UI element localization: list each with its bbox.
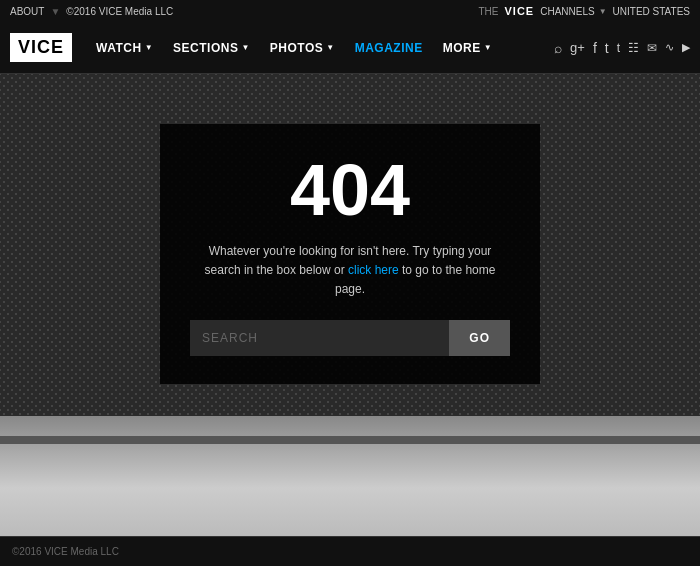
channels-label: CHANNELS [540,6,594,17]
home-link[interactable]: click here [348,263,399,277]
the-label: THE [479,6,499,17]
error-code: 404 [190,154,510,226]
nav-photos-arrow: ▼ [326,43,334,52]
background-ground [0,416,700,536]
nav-watch[interactable]: WATCH ▼ [88,35,161,61]
facebook-icon[interactable]: f [593,40,597,56]
nav-links: WATCH ▼ SECTIONS ▼ PHOTOS ▼ MAGAZINE MOR… [88,35,554,61]
email-icon[interactable]: ✉ [647,41,657,55]
main-content: 404 Whatever you're looking for isn't he… [0,74,700,536]
search-row: GO [190,320,510,356]
tumblr-icon[interactable]: t [617,41,620,55]
nav-more[interactable]: MORE ▼ [435,35,500,61]
channels-arrow: ▼ [599,7,607,16]
nav-photos[interactable]: PHOTOS ▼ [262,35,343,61]
top-bar-left: ABOUT ▼ ©2016 VICE Media LLC [10,6,173,17]
footer-copyright: ©2016 VICE Media LLC [12,546,119,557]
footer: ©2016 VICE Media LLC [0,536,700,566]
twitter-icon[interactable]: t [605,40,609,56]
rss-icon[interactable]: ∿ [665,41,674,54]
go-button[interactable]: GO [449,320,510,356]
nav-sections[interactable]: SECTIONS ▼ [165,35,258,61]
error-message: Whatever you're looking for isn't here. … [190,242,510,300]
ground-line [0,436,700,444]
error-box: 404 Whatever you're looking for isn't he… [160,124,540,384]
about-link[interactable]: ABOUT [10,6,44,17]
united-states-link[interactable]: UNITED STATES [613,6,690,17]
nav-bar: VICE WATCH ▼ SECTIONS ▼ PHOTOS ▼ MAGAZIN… [0,22,700,74]
nav-sections-arrow: ▼ [241,43,249,52]
top-bar-right: THE VICE CHANNELS ▼ UNITED STATES [479,5,691,17]
search-icon[interactable]: ⌕ [554,40,562,56]
search-input[interactable] [190,320,449,356]
nav-more-arrow: ▼ [484,43,492,52]
nav-more-label: MORE [443,41,481,55]
nav-watch-label: WATCH [96,41,142,55]
googleplus-icon[interactable]: g+ [570,40,585,55]
channels-link[interactable]: CHANNELS ▼ [540,6,606,17]
nav-magazine[interactable]: MAGAZINE [347,35,431,61]
nav-icons: ⌕ g+ f t t ☷ ✉ ∿ ▶ [554,40,690,56]
nav-magazine-label: MAGAZINE [355,41,423,55]
vice-channels-logo: VICE [505,5,535,17]
instagram-icon[interactable]: ☷ [628,41,639,55]
nav-sections-label: SECTIONS [173,41,238,55]
youtube-icon[interactable]: ▶ [682,41,690,54]
copyright-text: ©2016 VICE Media LLC [66,6,173,17]
nav-watch-arrow: ▼ [145,43,153,52]
top-bar: ABOUT ▼ ©2016 VICE Media LLC THE VICE CH… [0,0,700,22]
nav-photos-label: PHOTOS [270,41,323,55]
vice-logo[interactable]: VICE [10,33,72,62]
